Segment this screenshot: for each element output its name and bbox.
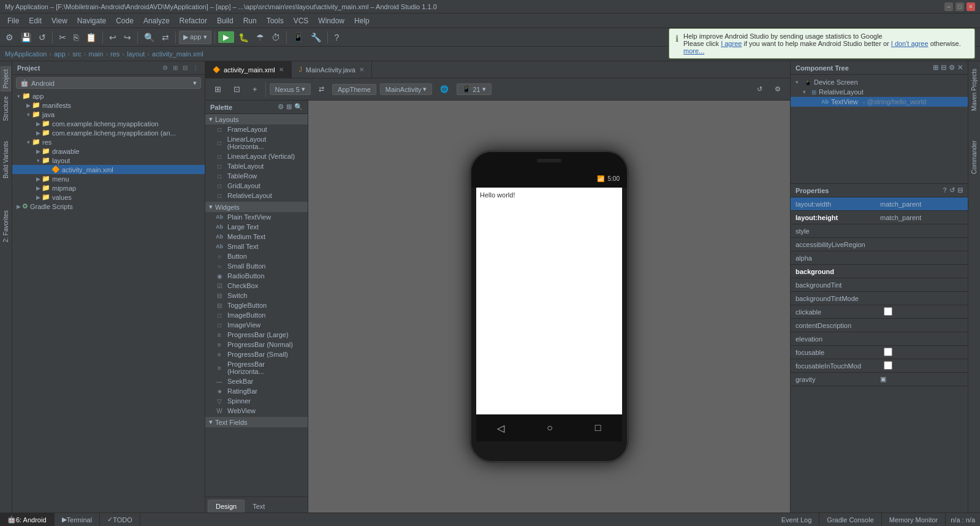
tree-item-gradle[interactable]: ▶ ⚙ Gradle Scripts xyxy=(12,202,205,211)
palette-linearlayout-v[interactable]: □ LinearLayout (Vertical) xyxy=(205,151,308,161)
palette-webview[interactable]: W WebView xyxy=(205,406,308,416)
tab-activity-main[interactable]: 🔶 activity_main.xml ✕ xyxy=(205,61,292,78)
nav-myapplication[interactable]: MyApplication xyxy=(5,50,47,58)
toolbar-redo-btn[interactable]: ↪ xyxy=(121,30,134,45)
commander-tab[interactable]: Commander xyxy=(970,138,979,177)
menu-view[interactable]: View xyxy=(47,15,72,26)
menu-vcs[interactable]: VCS xyxy=(289,15,314,26)
prop-layout-width[interactable]: layout:width match_parent xyxy=(791,197,968,211)
menu-analyze[interactable]: Analyze xyxy=(139,15,175,26)
bottom-tab-todo[interactable]: ✓ TODO xyxy=(100,513,140,527)
status-gradle-console[interactable]: Gradle Console xyxy=(819,513,881,527)
toolbar-replace-btn[interactable]: ⇄ xyxy=(159,30,172,45)
build-variants-tab[interactable]: Build Variants xyxy=(1,139,10,181)
maximize-button[interactable]: □ xyxy=(955,2,964,11)
project-sync-btn[interactable]: ⚙ xyxy=(161,64,169,72)
window-controls[interactable]: – □ ✕ xyxy=(944,2,975,11)
toolbar-paste-btn[interactable]: 📋 xyxy=(83,30,99,45)
palette-search-btn[interactable]: 🔍 xyxy=(294,103,303,111)
prop-checkbox-focusable-touch[interactable] xyxy=(884,361,892,370)
palette-section-layouts-header[interactable]: ▾ Layouts xyxy=(205,114,308,124)
profile-button[interactable]: ⏱ xyxy=(268,30,283,45)
design-tool-fit[interactable]: ⊡ xyxy=(229,83,245,96)
prop-clickable[interactable]: clickable xyxy=(791,305,968,319)
prop-filter-btn[interactable]: ⊟ xyxy=(957,186,963,194)
palette-section-widgets-header[interactable]: ▾ Widgets xyxy=(205,202,308,212)
prop-background[interactable]: background xyxy=(791,265,968,278)
prop-elevation[interactable]: elevation xyxy=(791,332,968,346)
run-button[interactable]: ▶ xyxy=(218,31,234,43)
nav-src[interactable]: src xyxy=(72,50,82,58)
menu-help[interactable]: Help xyxy=(349,15,374,26)
design-tool-zoom-in[interactable]: + xyxy=(248,83,262,96)
palette-gridlayout[interactable]: □ GridLayout xyxy=(205,181,308,191)
palette-small-button[interactable]: ○ Small Button xyxy=(205,261,308,271)
palette-tablelayout[interactable]: □ TableLayout xyxy=(205,161,308,171)
tab-close-activity[interactable]: ✕ xyxy=(279,66,284,73)
status-event-log[interactable]: Event Log xyxy=(774,513,820,527)
ct-collapse-btn[interactable]: ⊟ xyxy=(941,64,946,72)
app-dropdown[interactable]: ▶ app ▾ xyxy=(179,31,211,44)
sdk-button[interactable]: 🔧 xyxy=(308,30,324,45)
design-tab[interactable]: Design xyxy=(208,500,245,513)
ct-device-screen[interactable]: ▾ 📱 Device Screen xyxy=(791,77,968,87)
ct-expand-btn[interactable]: ⊞ xyxy=(933,64,938,72)
palette-seekbar[interactable]: — SeekBar xyxy=(205,376,308,386)
tree-item-values[interactable]: ▶ 📁 values xyxy=(12,192,205,202)
menu-tools[interactable]: Tools xyxy=(262,15,289,26)
palette-progressbar-small[interactable]: ≡ ProgressBar (Small) xyxy=(205,349,308,359)
api-selector[interactable]: 📱 21 ▾ xyxy=(457,83,491,95)
toolbar-settings-btn[interactable]: ⚙ xyxy=(2,30,17,45)
prop-focusable[interactable]: focusable xyxy=(791,346,968,359)
palette-linearlayout-h[interactable]: □ LinearLayout (Horizonta... xyxy=(205,134,308,151)
bottom-tab-terminal[interactable]: ▶ Terminal xyxy=(55,513,101,527)
prop-gravity[interactable]: gravity ▣ xyxy=(791,373,968,386)
tree-item-res[interactable]: ▾ 📁 res xyxy=(12,137,205,147)
menu-edit[interactable]: Edit xyxy=(24,15,47,26)
design-orient-btn[interactable]: ⇄ xyxy=(314,83,329,95)
prop-bg-tint-mode[interactable]: backgroundTintMode xyxy=(791,292,968,305)
menu-window[interactable]: Window xyxy=(313,15,349,26)
tree-item-app[interactable]: ▾ 📁 app xyxy=(12,91,205,101)
ct-relativelayout[interactable]: ▾ ⊞ RelativeLayout xyxy=(791,87,968,97)
nav-layout[interactable]: layout xyxy=(127,50,145,58)
palette-progressbar-h[interactable]: ≡ ProgressBar (Horizonta... xyxy=(205,359,308,376)
tree-item-manifests[interactable]: ▶ 📁 manifests xyxy=(12,101,205,110)
bottom-tab-android[interactable]: 🤖 6: Android xyxy=(0,513,55,527)
toolbar-undo-btn[interactable]: ↩ xyxy=(106,30,120,45)
palette-imagebutton[interactable]: □ ImageButton xyxy=(205,310,308,320)
palette-tablerow[interactable]: □ TableRow xyxy=(205,171,308,181)
palette-spinner[interactable]: ▽ Spinner xyxy=(205,396,308,406)
activity-selector[interactable]: MainActivity ▾ xyxy=(380,83,433,95)
project-settings-btn[interactable]: ⋮ xyxy=(191,64,200,72)
palette-section-textfields-header[interactable]: ▾ Text Fields xyxy=(205,417,308,427)
toolbar-copy-btn[interactable]: ⎘ xyxy=(70,30,82,45)
palette-switch[interactable]: ⊟ Switch xyxy=(205,291,308,300)
tab-mainactivity-java[interactable]: J MainActivity.java ✕ xyxy=(292,61,372,78)
tree-item-activity-main[interactable]: 🔶 activity_main.xml xyxy=(12,165,205,174)
menu-run[interactable]: Run xyxy=(238,15,262,26)
status-memory-monitor[interactable]: Memory Monitor xyxy=(882,513,946,527)
structure-tab[interactable]: Structure xyxy=(1,94,10,124)
menu-build[interactable]: Build xyxy=(212,15,238,26)
text-tab[interactable]: Text xyxy=(245,500,273,513)
project-collapse-btn[interactable]: ⊟ xyxy=(181,64,189,72)
ct-close-btn[interactable]: ✕ xyxy=(957,64,963,72)
android-selector[interactable]: 🤖 Android ▾ xyxy=(16,77,201,89)
locale-btn[interactable]: 🌐 xyxy=(436,83,453,95)
menu-refactor[interactable]: Refactor xyxy=(175,15,212,26)
nexus-dropdown[interactable]: Nexus 5 ▾ xyxy=(270,83,311,95)
nav-app[interactable]: app xyxy=(54,50,65,58)
menu-navigate[interactable]: Navigate xyxy=(72,15,111,26)
tree-item-menu[interactable]: ▶ 📁 menu xyxy=(12,174,205,183)
palette-progressbar-large[interactable]: ≡ ProgressBar (Large) xyxy=(205,330,308,340)
ct-textview[interactable]: Ab TextView - @string/hello_world xyxy=(791,97,968,107)
prop-focusable-touch[interactable]: focusableInTouchMod xyxy=(791,359,968,373)
toolbar-find-btn[interactable]: 🔍 xyxy=(141,30,158,45)
palette-togglebutton[interactable]: ⊟ ToggleButton xyxy=(205,300,308,310)
palette-layout-btn[interactable]: ⊞ xyxy=(286,103,292,111)
tree-item-drawable[interactable]: ▶ 📁 drawable xyxy=(12,147,205,156)
prop-style[interactable]: style xyxy=(791,224,968,238)
minimize-button[interactable]: – xyxy=(944,2,953,11)
maven-tab[interactable]: Maven Projects xyxy=(970,66,979,113)
